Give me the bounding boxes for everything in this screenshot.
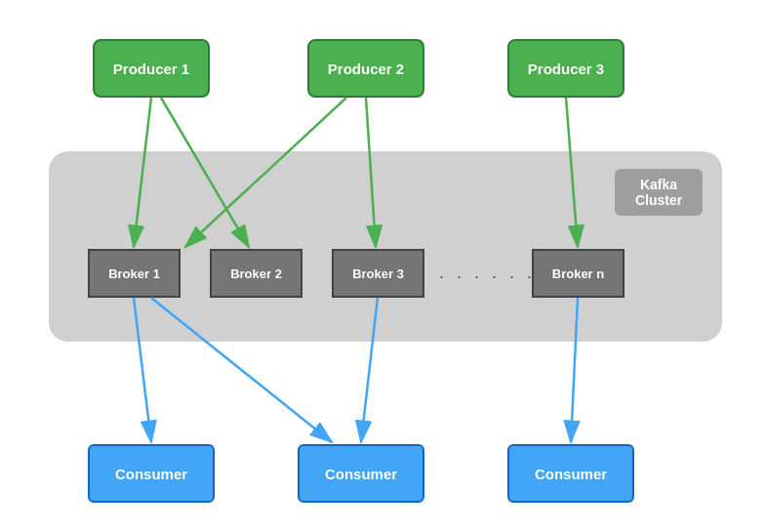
brokern-box: Broker n xyxy=(532,249,625,298)
producer1-box: Producer 1 xyxy=(93,39,210,98)
broker3-box: Broker 3 xyxy=(332,249,424,298)
diagram-container: KafkaCluster Producer 1 Producer 2 Produ… xyxy=(0,0,766,532)
consumer1-box: Consumer xyxy=(88,444,215,503)
consumer2-label: Consumer xyxy=(325,466,397,482)
broker3-label: Broker 3 xyxy=(352,266,404,281)
consumer2-box: Consumer xyxy=(298,444,424,503)
producer3-box: Producer 3 xyxy=(507,39,625,98)
producer1-label: Producer 1 xyxy=(113,61,189,77)
kafka-cluster: KafkaCluster xyxy=(49,151,722,342)
kafka-cluster-label: KafkaCluster xyxy=(615,169,703,216)
producer2-label: Producer 2 xyxy=(328,61,404,77)
consumer3-label: Consumer xyxy=(535,466,607,482)
consumer1-label: Consumer xyxy=(115,466,187,482)
broker1-box: Broker 1 xyxy=(88,249,181,298)
producer2-box: Producer 2 xyxy=(307,39,424,98)
broker2-label: Broker 2 xyxy=(230,266,282,281)
consumer3-box: Consumer xyxy=(507,444,634,503)
brokern-label: Broker n xyxy=(552,266,604,281)
broker2-box: Broker 2 xyxy=(210,249,302,298)
broker1-label: Broker 1 xyxy=(108,266,160,281)
producer3-label: Producer 3 xyxy=(528,61,604,77)
